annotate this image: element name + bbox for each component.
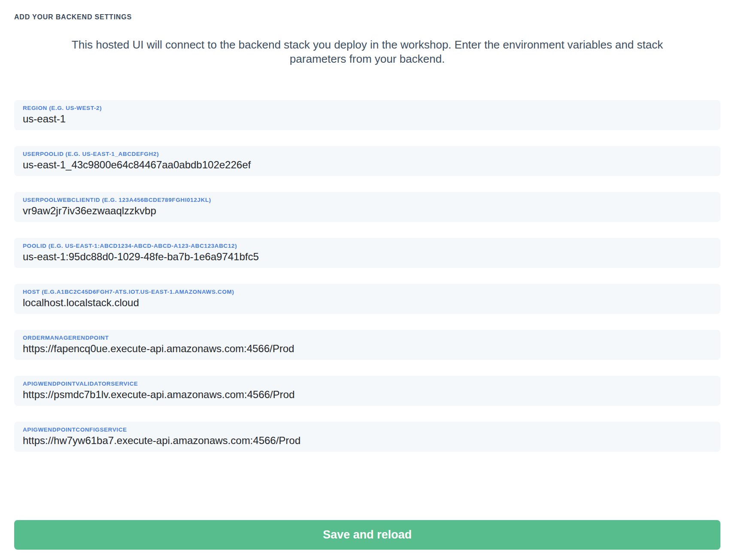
page-description: This hosted UI will connect to the backe… bbox=[46, 38, 690, 66]
field-userpoolid-value[interactable]: us-east-1_43c9800e64c84467aa0abdb102e226… bbox=[23, 158, 712, 172]
field-ordermanagerendpoint-label: ORDERMANAGERENDPOINT bbox=[23, 334, 712, 341]
field-ordermanagerendpoint[interactable]: ORDERMANAGERENDPOINT https://fapencq0ue.… bbox=[14, 330, 720, 360]
field-apigwendpointvalidatorservice[interactable]: APIGWENDPOINTVALIDATORSERVICE https://ps… bbox=[14, 376, 720, 406]
field-apigwendpointconfigservice-label: APIGWENDPOINTCONFIGSERVICE bbox=[23, 426, 712, 433]
backend-settings-page: ADD YOUR BACKEND SETTINGS This hosted UI… bbox=[0, 0, 729, 560]
field-host-label: HOST (E.G.A1BC2C45D6FGH7-ATS.IOT.US-EAST… bbox=[23, 288, 712, 295]
field-region[interactable]: REGION (E.G. US-WEST-2) us-east-1 bbox=[14, 100, 720, 130]
field-apigwendpointconfigservice[interactable]: APIGWENDPOINTCONFIGSERVICE https://hw7yw… bbox=[14, 422, 720, 452]
field-apigwendpointvalidatorservice-value[interactable]: https://psmdc7b1lv.execute-api.amazonaws… bbox=[23, 387, 712, 402]
field-region-label: REGION (E.G. US-WEST-2) bbox=[23, 104, 712, 112]
field-userpoolid-label: USERPOOLID (E.G. US-EAST-1_ABCDEFGH2) bbox=[23, 150, 712, 158]
settings-form: REGION (E.G. US-WEST-2) us-east-1 USERPO… bbox=[14, 100, 720, 452]
page-title: ADD YOUR BACKEND SETTINGS bbox=[14, 13, 720, 21]
field-host-value[interactable]: localhost.localstack.cloud bbox=[23, 295, 712, 310]
field-userpoolid[interactable]: USERPOOLID (E.G. US-EAST-1_ABCDEFGH2) us… bbox=[14, 146, 720, 176]
save-and-reload-button[interactable]: Save and reload bbox=[14, 520, 720, 550]
field-userpoolwebclientid[interactable]: USERPOOLWEBCLIENTID (E.G. 123A456BCDE789… bbox=[14, 192, 720, 222]
field-host[interactable]: HOST (E.G.A1BC2C45D6FGH7-ATS.IOT.US-EAST… bbox=[14, 284, 720, 314]
field-ordermanagerendpoint-value[interactable]: https://fapencq0ue.execute-api.amazonaws… bbox=[23, 341, 712, 356]
field-apigwendpointvalidatorservice-label: APIGWENDPOINTVALIDATORSERVICE bbox=[23, 380, 712, 387]
field-poolid-label: POOLID (E.G. US-EAST-1:ABCD1234-ABCD-ABC… bbox=[23, 242, 712, 250]
field-poolid-value[interactable]: us-east-1:95dc88d0-1029-48fe-ba7b-1e6a97… bbox=[23, 250, 712, 264]
field-userpoolwebclientid-label: USERPOOLWEBCLIENTID (E.G. 123A456BCDE789… bbox=[23, 196, 712, 204]
field-poolid[interactable]: POOLID (E.G. US-EAST-1:ABCD1234-ABCD-ABC… bbox=[14, 238, 720, 268]
field-userpoolwebclientid-value[interactable]: vr9aw2jr7iv36ezwaaqlzzkvbp bbox=[23, 204, 712, 218]
field-region-value[interactable]: us-east-1 bbox=[23, 112, 712, 126]
field-apigwendpointconfigservice-value[interactable]: https://hw7yw61ba7.execute-api.amazonaws… bbox=[23, 433, 712, 447]
